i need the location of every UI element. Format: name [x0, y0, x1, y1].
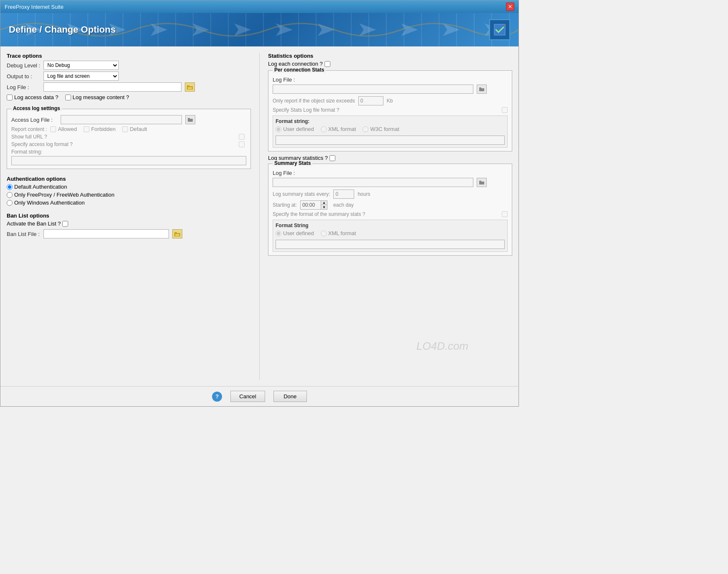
w3c-format-radio[interactable]: [363, 126, 368, 132]
logfile-browse-button[interactable]: [185, 82, 195, 92]
stats-format-input[interactable]: [276, 136, 505, 145]
bottom-bar: ? Cancel Done: [0, 386, 519, 406]
access-logfile-input[interactable]: [61, 115, 182, 124]
access-log-title: Access log settings: [11, 105, 62, 111]
logfile-input[interactable]: [43, 82, 181, 92]
starting-at-spinner: ▲ ▼: [300, 200, 327, 210]
svg-rect-17: [188, 119, 193, 122]
spinner-up[interactable]: ▲: [321, 201, 327, 205]
specify-stats-row: Specify Stats Log file format ?: [273, 107, 508, 113]
svg-marker-3: [151, 23, 167, 36]
summary-logfile-input-row: [273, 178, 508, 187]
banfile-row: Ban List File :: [7, 229, 251, 238]
log-summary-hours-input[interactable]: [333, 190, 354, 199]
forbidden-label: Forbidden: [91, 126, 116, 132]
access-log-group: Access log settings Access Log File : Re…: [7, 109, 251, 169]
starting-at-label: Starting at:: [273, 202, 297, 208]
w3c-format-radio-row: W3C format: [363, 126, 399, 132]
banner-title: Define / Change Options: [9, 24, 115, 35]
banfile-input[interactable]: [43, 229, 169, 238]
summary-format-input[interactable]: [276, 240, 505, 249]
output-to-row: Output to : Log file and screen Screen o…: [7, 72, 251, 81]
specify-stats-checkbox[interactable]: [502, 107, 508, 113]
freeproxy-auth-radio[interactable]: [7, 192, 13, 198]
kb-label: Kb: [387, 98, 393, 104]
svg-rect-18: [188, 118, 190, 119]
auth-title: Authentication options: [7, 176, 251, 182]
user-defined-radio[interactable]: [276, 126, 281, 132]
xml-format-label: XML format: [328, 126, 356, 132]
format-string-label: Format string:: [11, 149, 246, 155]
done-button[interactable]: Done: [273, 391, 307, 402]
specify-summary-format-row: Specify the format of the summary stats …: [273, 211, 508, 217]
spinner-down[interactable]: ▼: [321, 205, 327, 209]
default-row: Default: [122, 126, 147, 132]
help-button[interactable]: ?: [212, 392, 222, 402]
starting-at-input[interactable]: [300, 200, 321, 210]
svg-rect-23: [479, 87, 481, 89]
banfile-browse-button[interactable]: [172, 229, 182, 238]
report-size-label: Only report if the object size exceeds: [273, 98, 355, 104]
trace-title: Trace options: [7, 53, 251, 59]
show-full-url-checkbox[interactable]: [239, 134, 245, 140]
trace-section: Trace options Debug Level : No Debug Low…: [7, 53, 251, 102]
output-to-select[interactable]: Log file and screen Screen only File onl…: [43, 72, 119, 81]
each-day-label: each day: [333, 202, 354, 208]
default-auth-radio[interactable]: [7, 184, 13, 190]
default-checkbox[interactable]: [122, 126, 128, 132]
svg-rect-20: [174, 232, 177, 233]
per-connection-group: Per connection Stats Log File : Only rep…: [268, 70, 512, 151]
xml-format2-radio-row: XML format: [321, 230, 356, 236]
logfile-row: Log File :: [7, 82, 251, 92]
log-summary-every-label: Log summary stats every:: [273, 191, 330, 197]
close-button[interactable]: ✕: [506, 3, 514, 11]
xml-format-radio[interactable]: [321, 126, 327, 132]
summary-logfile-row: Log File :: [273, 170, 508, 176]
specify-access-label: Specify access log format ?: [11, 141, 235, 147]
stats-logfile-row: Log File :: [273, 77, 508, 83]
banner-icon: [489, 19, 510, 40]
stats-title: Statistics options: [268, 53, 512, 59]
cancel-button[interactable]: Cancel: [230, 391, 265, 402]
show-full-url-label: Show full URL ?: [11, 134, 235, 140]
report-size-input[interactable]: [358, 96, 383, 105]
log-message-checkbox[interactable]: [65, 95, 71, 100]
stats-logfile-browse[interactable]: [477, 85, 487, 94]
access-logfile-row: Access Log File :: [11, 115, 246, 124]
summary-logfile-label: Log File :: [273, 170, 306, 176]
stats-logfile-input[interactable]: [273, 85, 473, 94]
log-message-label: Log message content ?: [73, 94, 129, 100]
format-string-input[interactable]: [11, 156, 246, 165]
user-defined-radio-row: User defined: [276, 126, 314, 132]
log-each-label: Log each connection ?: [268, 61, 323, 67]
allowed-checkbox[interactable]: [50, 126, 56, 132]
user-defined-label: User defined: [283, 126, 314, 132]
specify-access-checkbox[interactable]: [239, 141, 245, 147]
summary-logfile-browse[interactable]: [477, 178, 487, 187]
log-summary-every-row: Log summary stats every: hours: [273, 190, 508, 199]
debug-level-select[interactable]: No Debug Low Medium High: [43, 61, 119, 70]
svg-marker-5: [234, 23, 251, 36]
specify-stats-label: Specify Stats Log file format ?: [273, 107, 498, 113]
summary-format-options-row: User defined XML format: [276, 230, 505, 236]
report-size-row: Only report if the object size exceeds K…: [273, 96, 508, 105]
summary-logfile-input[interactable]: [273, 178, 473, 187]
forbidden-checkbox[interactable]: [84, 126, 89, 132]
log-access-checkbox[interactable]: [7, 95, 13, 100]
windows-auth-radio[interactable]: [7, 200, 13, 206]
access-logfile-browse[interactable]: [185, 115, 195, 124]
log-each-checkbox[interactable]: [324, 61, 330, 67]
user-defined2-radio[interactable]: [276, 231, 281, 236]
specify-summary-format-checkbox[interactable]: [502, 211, 508, 217]
header-banner: Define / Change Options: [0, 13, 519, 46]
per-connection-title: Per connection Stats: [273, 67, 326, 73]
summary-stats-group: Summary Stats Log File : Log su: [268, 164, 512, 256]
output-to-label: Output to :: [7, 73, 40, 79]
format-string-section: Format string:: [11, 149, 246, 165]
ban-section: Ban List options Activate the Ban List ?…: [7, 213, 251, 240]
hours-label: hours: [358, 191, 370, 197]
log-summary-checkbox[interactable]: [330, 155, 335, 161]
log-message-checkbox-row: Log message content ?: [65, 94, 129, 100]
activate-ban-checkbox[interactable]: [62, 221, 68, 227]
xml-format2-radio[interactable]: [321, 231, 327, 236]
